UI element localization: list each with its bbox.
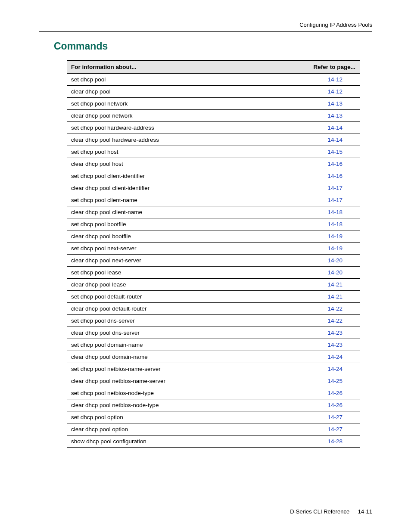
table-row: set dhcp pool netbios-node-type14-26: [67, 387, 360, 399]
table-row: set dhcp pool dns-server14-22: [67, 315, 360, 327]
command-page-cell: 14-14: [291, 134, 360, 146]
table-row: set dhcp pool client-name14-17: [67, 194, 360, 206]
page-link[interactable]: 14-27: [327, 426, 342, 432]
command-name: clear dhcp pool lease: [67, 279, 291, 291]
command-name: set dhcp pool netbios-name-server: [67, 363, 291, 375]
page-footer: D-Series CLI Reference 14-11: [290, 508, 372, 515]
page-link[interactable]: 14-13: [327, 112, 342, 119]
page-link[interactable]: 14-20: [327, 257, 342, 264]
command-name: set dhcp pool default-router: [67, 291, 291, 303]
command-name: clear dhcp pool bootfile: [67, 230, 291, 243]
command-page-cell: 14-13: [291, 110, 360, 122]
page-link[interactable]: 14-27: [327, 414, 342, 420]
command-name: set dhcp pool dns-server: [67, 315, 291, 327]
command-name: show dhcp pool configuration: [67, 436, 291, 448]
page-link[interactable]: 14-17: [327, 185, 342, 191]
page-link[interactable]: 14-26: [327, 402, 342, 408]
command-name: set dhcp pool client-identifier: [67, 170, 291, 182]
command-page-cell: 14-23: [291, 339, 360, 351]
table-row: clear dhcp pool dns-server14-23: [67, 327, 360, 339]
command-page-cell: 14-22: [291, 315, 360, 327]
table-row: clear dhcp pool bootfile14-19: [67, 230, 360, 243]
command-name: clear dhcp pool client-name: [67, 206, 291, 218]
page-link[interactable]: 14-21: [327, 281, 342, 288]
table-row: clear dhcp pool option14-27: [67, 423, 360, 436]
command-name: clear dhcp pool dns-server: [67, 327, 291, 339]
command-page-cell: 14-27: [291, 423, 360, 436]
table-row: clear dhcp pool next-server14-20: [67, 255, 360, 267]
table-row: set dhcp pool netbios-name-server14-24: [67, 363, 360, 375]
command-name: clear dhcp pool: [67, 86, 291, 98]
table-header-info: For information about...: [67, 60, 291, 74]
table-row: set dhcp pool bootfile14-18: [67, 218, 360, 230]
page-link[interactable]: 14-14: [327, 124, 342, 131]
page-link[interactable]: 14-22: [327, 317, 342, 324]
page-link[interactable]: 14-18: [327, 221, 342, 227]
page-link[interactable]: 14-28: [327, 438, 342, 445]
page-link[interactable]: 14-13: [327, 100, 342, 107]
command-page-cell: 14-20: [291, 267, 360, 279]
page-link[interactable]: 14-14: [327, 137, 342, 143]
page-link[interactable]: 14-16: [327, 161, 342, 167]
command-name: set dhcp pool lease: [67, 267, 291, 279]
command-page-cell: 14-23: [291, 327, 360, 339]
command-page-cell: 14-26: [291, 387, 360, 399]
command-page-cell: 14-26: [291, 399, 360, 411]
command-page-cell: 14-19: [291, 243, 360, 255]
command-page-cell: 14-25: [291, 375, 360, 387]
command-name: clear dhcp pool hardware-address: [67, 134, 291, 146]
table-row: set dhcp pool client-identifier14-16: [67, 170, 360, 182]
table-row: set dhcp pool lease14-20: [67, 267, 360, 279]
page-link[interactable]: 14-23: [327, 330, 342, 336]
command-page-cell: 14-22: [291, 303, 360, 315]
table-row: clear dhcp pool client-identifier14-17: [67, 182, 360, 194]
command-page-cell: 14-12: [291, 74, 360, 86]
table-row: clear dhcp pool lease14-21: [67, 279, 360, 291]
command-page-cell: 14-21: [291, 291, 360, 303]
command-page-cell: 14-13: [291, 98, 360, 110]
table-row: clear dhcp pool client-name14-18: [67, 206, 360, 218]
table-row: set dhcp pool network14-13: [67, 98, 360, 110]
page-link[interactable]: 14-24: [327, 354, 342, 360]
command-name: set dhcp pool: [67, 74, 291, 86]
page-link[interactable]: 14-12: [327, 76, 342, 83]
command-name: set dhcp pool netbios-node-type: [67, 387, 291, 399]
page-link[interactable]: 14-21: [327, 293, 342, 300]
command-page-cell: 14-14: [291, 122, 360, 134]
page-link[interactable]: 14-22: [327, 305, 342, 312]
table-row: clear dhcp pool hardware-address14-14: [67, 134, 360, 146]
command-page-cell: 14-17: [291, 194, 360, 206]
page-link[interactable]: 14-18: [327, 209, 342, 215]
page-link[interactable]: 14-23: [327, 342, 342, 348]
page-link[interactable]: 14-12: [327, 88, 342, 95]
command-page-cell: 14-15: [291, 146, 360, 158]
page-link[interactable]: 14-15: [327, 149, 342, 155]
page-link[interactable]: 14-25: [327, 378, 342, 384]
command-page-cell: 14-18: [291, 218, 360, 230]
table-row: clear dhcp pool netbios-name-server14-25: [67, 375, 360, 387]
page-link[interactable]: 14-20: [327, 269, 342, 276]
page-link[interactable]: 14-19: [327, 245, 342, 252]
command-page-cell: 14-27: [291, 411, 360, 423]
page-link[interactable]: 14-16: [327, 173, 342, 179]
command-name: set dhcp pool host: [67, 146, 291, 158]
page-link[interactable]: 14-19: [327, 233, 342, 240]
command-name: set dhcp pool domain-name: [67, 339, 291, 351]
page-link[interactable]: 14-26: [327, 390, 342, 396]
command-page-cell: 14-20: [291, 255, 360, 267]
footer-page-number: 14-11: [358, 508, 372, 515]
command-name: set dhcp pool option: [67, 411, 291, 423]
command-page-cell: 14-28: [291, 436, 360, 448]
command-page-cell: 14-19: [291, 230, 360, 243]
header-divider: [39, 31, 372, 32]
table-row: set dhcp pool14-12: [67, 74, 360, 86]
page-link[interactable]: 14-24: [327, 366, 342, 372]
table-row: set dhcp pool domain-name14-23: [67, 339, 360, 351]
command-page-cell: 14-16: [291, 158, 360, 170]
table-row: clear dhcp pool network14-13: [67, 110, 360, 122]
command-page-cell: 14-24: [291, 363, 360, 375]
table-row: set dhcp pool hardware-address14-14: [67, 122, 360, 134]
table-row: set dhcp pool next-server14-19: [67, 243, 360, 255]
table-row: clear dhcp pool default-router14-22: [67, 303, 360, 315]
page-link[interactable]: 14-17: [327, 197, 342, 203]
